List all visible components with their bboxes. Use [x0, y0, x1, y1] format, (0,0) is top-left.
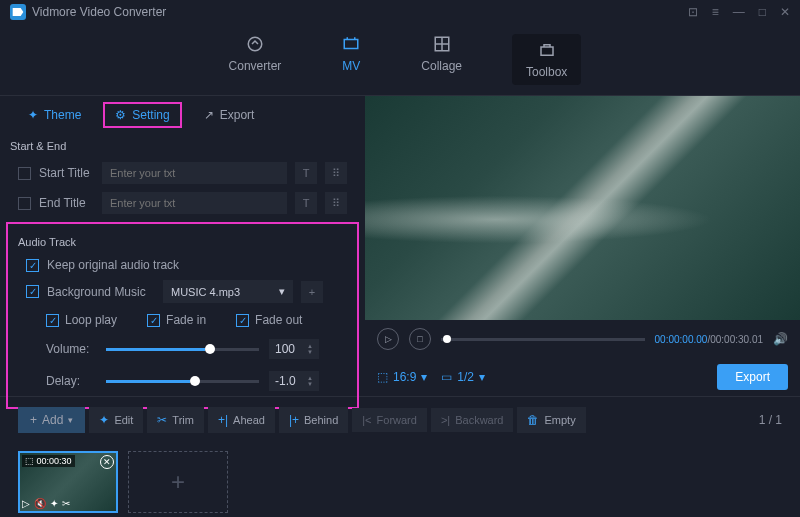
subtab-setting[interactable]: ⚙ Setting	[103, 102, 181, 128]
fade-in-checkbox[interactable]	[147, 314, 160, 327]
volume-slider[interactable]	[106, 348, 259, 351]
bg-music-checkbox[interactable]	[26, 285, 39, 298]
svg-rect-1	[345, 40, 359, 49]
text-expand-icon[interactable]: ⠿	[325, 162, 347, 184]
end-title-label: End Title	[39, 196, 94, 210]
clip-mute-icon[interactable]: 🔇	[34, 498, 46, 509]
end-title-input[interactable]	[102, 192, 287, 214]
start-title-label: Start Title	[39, 166, 94, 180]
tab-collage[interactable]: Collage	[411, 34, 472, 85]
app-logo-icon	[10, 4, 26, 20]
start-title-checkbox[interactable]	[18, 167, 31, 180]
tab-mv[interactable]: MV	[331, 34, 371, 85]
subtab-export[interactable]: ↗ Export	[194, 102, 265, 128]
feedback-icon[interactable]: ⊡	[688, 5, 698, 19]
delay-slider[interactable]	[106, 380, 259, 383]
text-style-icon[interactable]: T	[295, 162, 317, 184]
menu-icon[interactable]: ≡	[712, 5, 719, 19]
clip-thumbnail[interactable]: ⬚ 00:00:30 ✕ ▷ 🔇 ✦ ✂	[18, 451, 118, 513]
behind-button[interactable]: |+Behind	[279, 407, 348, 433]
tab-toolbox[interactable]: Toolbox	[512, 34, 581, 85]
delay-input[interactable]: -1.0▲▼	[269, 371, 319, 391]
fade-out-checkbox[interactable]	[236, 314, 249, 327]
toolbox-icon	[537, 40, 557, 60]
svg-point-0	[248, 37, 262, 51]
theme-icon: ✦	[28, 108, 38, 122]
add-button[interactable]: +Add▾	[18, 407, 85, 433]
add-music-button[interactable]: +	[301, 281, 323, 303]
aspect-ratio-dropdown[interactable]: ⬚16:9▾	[377, 370, 427, 384]
minimize-icon[interactable]: —	[733, 5, 745, 19]
loop-play-checkbox[interactable]	[46, 314, 59, 327]
svg-rect-3	[541, 47, 553, 55]
chevron-down-icon: ▾	[421, 370, 427, 384]
app-title: Vidmore Video Converter	[32, 5, 166, 19]
clip-duration: ⬚ 00:00:30	[22, 455, 75, 467]
close-icon[interactable]: ✕	[780, 5, 790, 19]
start-title-input[interactable]	[102, 162, 287, 184]
audio-track-section: Audio Track Keep original audio track Ba…	[6, 222, 359, 409]
main-tabs: Converter MV Collage Toolbox	[0, 24, 800, 96]
titlebar: Vidmore Video Converter ⊡ ≡ — □ ✕	[0, 0, 800, 24]
text-expand-icon[interactable]: ⠿	[325, 192, 347, 214]
play-button[interactable]: ▷	[377, 328, 399, 350]
converter-icon	[245, 34, 265, 54]
chevron-down-icon: ▾	[479, 370, 485, 384]
clip-play-icon[interactable]: ▷	[22, 498, 30, 509]
subtab-theme[interactable]: ✦ Theme	[18, 102, 91, 128]
export-icon: ↗	[204, 108, 214, 122]
delay-label: Delay:	[46, 374, 96, 388]
keep-original-label: Keep original audio track	[47, 258, 179, 272]
gear-icon: ⚙	[115, 108, 126, 122]
time-display: 00:00:00.00/00:00:30.01	[655, 334, 763, 345]
keep-original-checkbox[interactable]	[26, 259, 39, 272]
backward-button[interactable]: >|Backward	[431, 408, 514, 432]
clips-tray: ⬚ 00:00:30 ✕ ▷ 🔇 ✦ ✂ +	[0, 443, 800, 517]
scissors-icon: ✂	[157, 413, 167, 427]
start-end-title: Start & End	[0, 134, 365, 158]
add-clip-button[interactable]: +	[128, 451, 228, 513]
trim-button[interactable]: ✂Trim	[147, 407, 204, 433]
split-dropdown[interactable]: ▭1/2▾	[441, 370, 485, 384]
clip-edit-icon[interactable]: ✦	[50, 498, 58, 509]
ahead-button[interactable]: +|Ahead	[208, 407, 275, 433]
wand-icon: ✦	[99, 413, 109, 427]
volume-label: Volume:	[46, 342, 96, 356]
audio-title: Audio Track	[8, 230, 357, 254]
bg-music-label: Background Music	[47, 285, 155, 299]
volume-icon[interactable]: 🔊	[773, 332, 788, 346]
video-preview[interactable]	[365, 96, 800, 320]
chevron-down-icon: ▾	[279, 285, 285, 298]
trash-icon: 🗑	[527, 413, 539, 427]
text-style-icon[interactable]: T	[295, 192, 317, 214]
player-controls: ▷ □ 00:00:00.00/00:00:30.01 🔊	[365, 320, 800, 358]
end-title-checkbox[interactable]	[18, 197, 31, 210]
music-file-dropdown[interactable]: MUSIC 4.mp3 ▾	[163, 280, 293, 303]
tab-converter[interactable]: Converter	[219, 34, 292, 85]
edit-button[interactable]: ✦Edit	[89, 407, 143, 433]
clip-remove-icon[interactable]: ✕	[100, 455, 114, 469]
collage-icon	[432, 34, 452, 54]
stop-button[interactable]: □	[409, 328, 431, 350]
page-count: 1 / 1	[759, 413, 782, 427]
clip-trim-icon[interactable]: ✂	[62, 498, 70, 509]
mv-icon	[341, 34, 361, 54]
maximize-icon[interactable]: □	[759, 5, 766, 19]
volume-input[interactable]: 100▲▼	[269, 339, 319, 359]
export-button[interactable]: Export	[717, 364, 788, 390]
forward-button[interactable]: |<Forward	[352, 408, 427, 432]
empty-button[interactable]: 🗑Empty	[517, 407, 585, 433]
progress-slider[interactable]	[441, 338, 645, 341]
settings-panel: ✦ Theme ⚙ Setting ↗ Export Start & End S…	[0, 96, 365, 396]
